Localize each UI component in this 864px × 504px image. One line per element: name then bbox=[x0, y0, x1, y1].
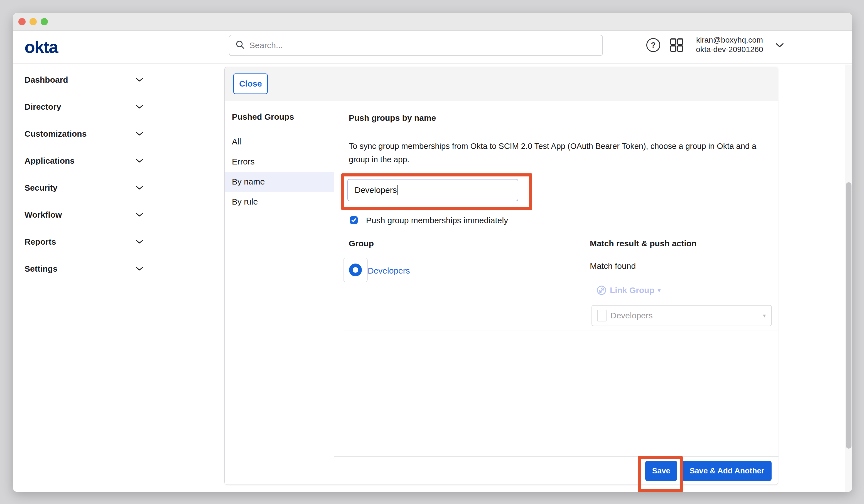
browser-window: okta Search... ? kiran@boxyhq.com okta-d… bbox=[13, 13, 852, 492]
group-circle-icon bbox=[349, 264, 362, 276]
column-header-group: Group bbox=[349, 233, 374, 254]
account-org: okta-dev-20901260 bbox=[689, 45, 770, 54]
footer-divider bbox=[334, 456, 779, 457]
nav-item-all[interactable]: All bbox=[225, 132, 334, 152]
app-header: okta Search... ? kiran@boxyhq.com okta-d… bbox=[13, 31, 852, 64]
search-icon bbox=[236, 40, 245, 51]
form-description: To sync group memberships from Okta to S… bbox=[349, 140, 769, 166]
sidebar-item-customizations[interactable]: Customizations bbox=[13, 120, 156, 147]
zoom-window-button[interactable] bbox=[41, 18, 48, 25]
checkmark-icon bbox=[351, 217, 357, 223]
sidebar-item-applications[interactable]: Applications bbox=[13, 147, 156, 174]
panel-header: Close bbox=[225, 67, 778, 101]
chevron-down-icon bbox=[136, 77, 143, 82]
close-window-button[interactable] bbox=[19, 18, 26, 25]
chevron-down-icon bbox=[136, 267, 143, 271]
link-icon bbox=[597, 285, 607, 295]
help-icon[interactable]: ? bbox=[646, 38, 660, 52]
chevron-down-icon bbox=[136, 105, 143, 109]
group-avatar bbox=[343, 258, 368, 282]
sidebar-item-security[interactable]: Security bbox=[13, 174, 156, 201]
sidebar-item-dashboard[interactable]: Dashboard bbox=[13, 66, 156, 93]
group-name-link[interactable]: Developers bbox=[368, 266, 410, 276]
chevron-down-icon bbox=[136, 240, 143, 244]
nav-item-by-name[interactable]: By name bbox=[225, 172, 334, 192]
sidebar-item-workflow[interactable]: Workflow bbox=[13, 201, 156, 228]
sidebar-nav: Dashboard Directory Customizations Appli… bbox=[13, 64, 156, 492]
close-button[interactable]: Close bbox=[233, 73, 268, 94]
match-status: Match found bbox=[590, 261, 636, 271]
table-row-border bbox=[343, 331, 779, 331]
caret-down-icon: ▾ bbox=[658, 287, 661, 293]
nav-item-by-rule[interactable]: By rule bbox=[225, 192, 334, 212]
sidebar-item-reports[interactable]: Reports bbox=[13, 228, 156, 255]
sidebar-item-settings[interactable]: Settings bbox=[13, 255, 156, 282]
push-groups-panel: Close Pushed Groups All Errors By name B… bbox=[224, 67, 778, 485]
scrollbar-track[interactable] bbox=[845, 64, 852, 492]
column-header-match-result: Match result & push action bbox=[590, 233, 696, 254]
account-menu[interactable]: kiran@boxyhq.com okta-dev-20901260 bbox=[689, 35, 770, 54]
push-immediately-checkbox[interactable] bbox=[350, 216, 358, 224]
chevron-down-icon[interactable] bbox=[776, 43, 784, 49]
macos-titlebar bbox=[13, 13, 852, 31]
nav-item-errors[interactable]: Errors bbox=[225, 152, 334, 172]
pushed-groups-nav: Pushed Groups All Errors By name By rule bbox=[225, 101, 334, 485]
sidebar-item-directory[interactable]: Directory bbox=[13, 93, 156, 120]
text-cursor bbox=[397, 185, 398, 195]
table-header-border bbox=[343, 254, 779, 254]
okta-logo: okta bbox=[24, 37, 58, 57]
search-placeholder: Search... bbox=[249, 41, 283, 50]
caret-down-icon: ▾ bbox=[763, 312, 766, 319]
chevron-down-icon bbox=[136, 159, 143, 163]
scrollbar-thumb[interactable] bbox=[846, 182, 851, 448]
chevron-down-icon bbox=[136, 185, 143, 190]
search-input[interactable]: Search... bbox=[229, 35, 603, 56]
pushed-groups-title: Pushed Groups bbox=[232, 112, 294, 122]
link-group-label: Link Group bbox=[610, 286, 655, 295]
account-email: kiran@boxyhq.com bbox=[689, 35, 770, 45]
group-name-input[interactable]: Developers bbox=[347, 179, 518, 201]
chevron-down-icon bbox=[136, 213, 143, 217]
app-group-placeholder-icon bbox=[597, 310, 607, 322]
app-group-select[interactable]: Developers ▾ bbox=[591, 305, 772, 326]
minimize-window-button[interactable] bbox=[29, 18, 37, 25]
chevron-down-icon bbox=[136, 132, 143, 136]
form-title: Push groups by name bbox=[349, 113, 436, 123]
save-button[interactable]: Save bbox=[645, 461, 677, 481]
push-immediately-label: Push group memberships immediately bbox=[366, 216, 508, 225]
apps-grid-icon[interactable] bbox=[670, 38, 684, 52]
link-group-dropdown[interactable]: Link Group ▾ bbox=[597, 285, 661, 295]
table-top-border bbox=[343, 233, 779, 233]
save-add-another-button[interactable]: Save & Add Another bbox=[682, 461, 771, 481]
group-name-input-value: Developers bbox=[355, 185, 397, 195]
app-group-value: Developers bbox=[610, 311, 653, 320]
